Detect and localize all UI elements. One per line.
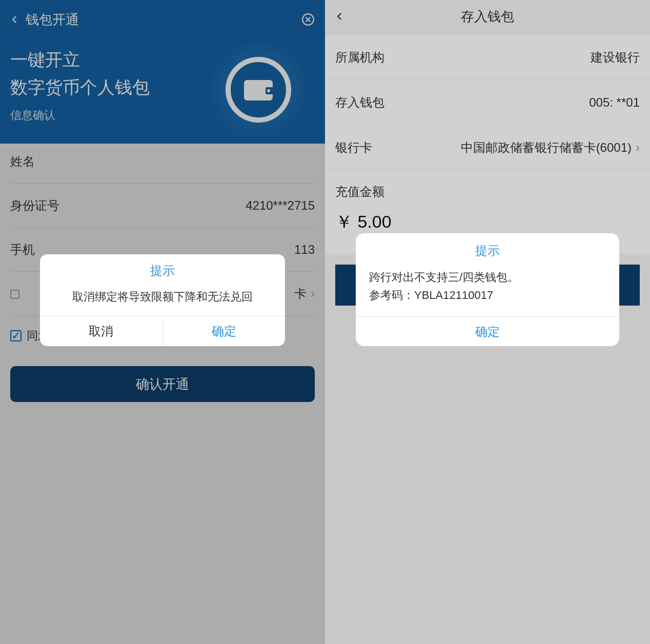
wallet-value: 005: **01 (589, 95, 640, 110)
form-panel: 所属机构 建设银行 存入钱包 005: **01 银行卡 中国邮政储蓄银行储蓄卡… (325, 35, 650, 254)
org-label: 所属机构 (335, 49, 384, 66)
card-suffix: 卡› (294, 286, 315, 302)
phone-value: 113 (294, 243, 315, 257)
card-checkbox-icon[interactable] (10, 290, 19, 299)
chevron-right-icon: › (311, 287, 315, 300)
nav-bar: 钱包开通 (10, 9, 315, 30)
nav-title: 存入钱包 (335, 8, 640, 26)
chevron-right-icon: › (636, 140, 640, 155)
modal-title: 提示 (356, 233, 619, 265)
name-label: 姓名 (10, 153, 35, 170)
screen-deposit: 存入钱包 所属机构 建设银行 存入钱包 005: **01 银行卡 中国邮政储蓄… (325, 0, 650, 644)
modal-body: 取消绑定将导致限额下降和无法兑回 (40, 287, 285, 316)
modal-body-line2: 参考码：YBLA12110017 (369, 286, 606, 304)
row-id[interactable]: 身份证号 4210***2715 (10, 184, 315, 228)
row-name[interactable]: 姓名 (10, 139, 315, 184)
header-banner: 钱包开通 一键开立 数字货币个人钱包 信息确认 (0, 0, 325, 144)
agree-checkbox[interactable]: ✓ (10, 330, 22, 341)
row-org: 所属机构 建设银行 (325, 35, 650, 80)
ok-button[interactable]: 确定 (356, 316, 619, 346)
svg-point-3 (267, 89, 270, 92)
wallet-ring (226, 57, 291, 123)
modal-body: 跨行对出不支持三/四类钱包。 参考码：YBLA12110017 (356, 265, 619, 316)
card-value: 中国邮政储蓄银行储蓄卡(6001) › (461, 139, 640, 156)
id-label: 身份证号 (10, 197, 59, 214)
wallet-icon (243, 77, 274, 103)
cancel-button[interactable]: 取消 (40, 316, 163, 346)
row-card[interactable]: 银行卡 中国邮政储蓄银行储蓄卡(6001) › (325, 125, 650, 170)
modal-actions: 取消 确定 (40, 316, 285, 346)
card-bind-label (10, 287, 25, 301)
ok-button[interactable]: 确定 (163, 316, 286, 346)
amount-label: 充值金额 (325, 170, 650, 200)
wallet-illustration (207, 38, 310, 141)
modal-body-line1: 跨行对出不支持三/四类钱包。 (369, 268, 606, 286)
id-value: 4210***2715 (246, 198, 315, 213)
info-modal: 提示 跨行对出不支持三/四类钱包。 参考码：YBLA12110017 确定 (356, 233, 619, 346)
close-icon[interactable] (301, 13, 315, 26)
confirm-modal: 提示 取消绑定将导致限额下降和无法兑回 取消 确定 (40, 254, 285, 346)
nav-bar: 存入钱包 (325, 0, 650, 33)
modal-title: 提示 (40, 254, 285, 287)
card-label: 银行卡 (335, 139, 372, 156)
nav-title: 钱包开通 (26, 11, 301, 29)
org-value: 建设银行 (591, 49, 640, 66)
phone-label: 手机 (10, 242, 35, 258)
row-wallet[interactable]: 存入钱包 005: **01 (325, 80, 650, 125)
wallet-label: 存入钱包 (335, 94, 384, 111)
screen-wallet-open: 钱包开通 一键开立 数字货币个人钱包 信息确认 姓名 身份证号 4210***2… (0, 0, 325, 644)
back-icon[interactable] (10, 15, 19, 24)
confirm-open-button[interactable]: 确认开通 (10, 366, 315, 402)
